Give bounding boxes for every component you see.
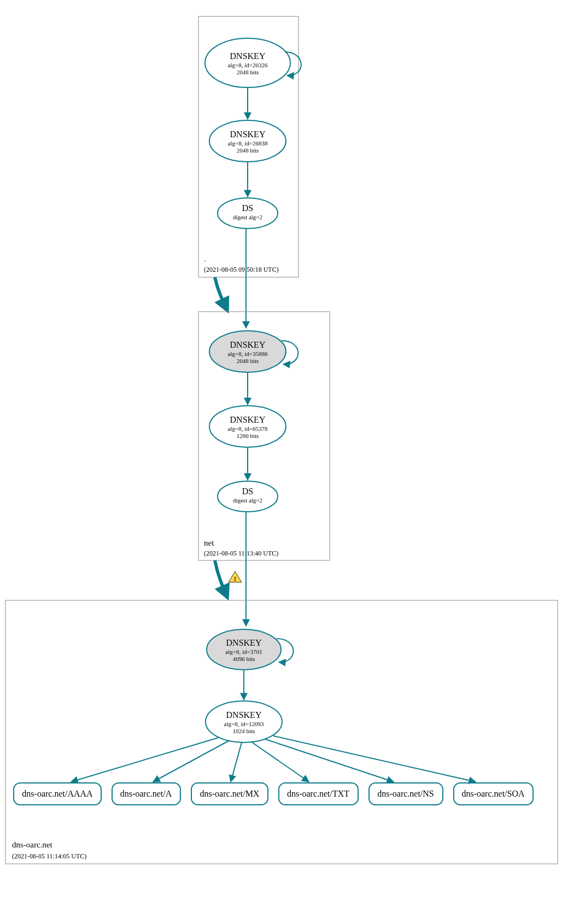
svg-text:1280 bits: 1280 bits xyxy=(237,432,259,439)
svg-text:alg=8, id=12093: alg=8, id=12093 xyxy=(224,721,264,727)
node-net-zsk: DNSKEY alg=8, id=65378 1280 bits xyxy=(209,406,286,447)
svg-text:alg=8, id=20326: alg=8, id=20326 xyxy=(228,62,268,68)
zone-root: . (2021-08-05 09:50:18 UTC) DNSKEY alg=8… xyxy=(198,16,301,277)
zone-domain-name: dns-oarc.net xyxy=(12,840,53,849)
svg-text:4096 bits: 4096 bits xyxy=(233,656,255,662)
svg-text:DS: DS xyxy=(242,203,253,213)
zone-net-name: net xyxy=(204,539,214,547)
zone-net-timestamp: (2021-08-05 11:13:40 UTC) xyxy=(204,549,278,557)
svg-text:2048 bits: 2048 bits xyxy=(237,69,259,75)
node-root-ksk: DNSKEY alg=8, id=20326 2048 bits xyxy=(205,38,290,87)
node-net-ksk: DNSKEY alg=8, id=35886 2048 bits xyxy=(209,331,286,372)
zone-domain-timestamp: (2021-08-05 11:14:05 UTC) xyxy=(12,852,86,860)
svg-text:DNSKEY: DNSKEY xyxy=(226,638,262,647)
svg-text:dns-oarc.net/NS: dns-oarc.net/NS xyxy=(377,789,434,798)
node-record-txt: dns-oarc.net/TXT xyxy=(279,783,358,805)
edge-delegation-net-domain xyxy=(215,560,227,598)
warning-icon: ! xyxy=(229,571,242,583)
svg-text:DS: DS xyxy=(242,487,253,496)
edge-zsk-a xyxy=(153,740,230,782)
svg-text:2048 bits: 2048 bits xyxy=(237,358,259,364)
node-record-aaaa: dns-oarc.net/AAAA xyxy=(14,783,101,805)
svg-text:alg=8, id=3701: alg=8, id=3701 xyxy=(225,648,262,655)
svg-text:dns-oarc.net/A: dns-oarc.net/A xyxy=(120,789,172,798)
edge-zsk-mx xyxy=(231,742,242,782)
svg-text:dns-oarc.net/TXT: dns-oarc.net/TXT xyxy=(287,789,349,798)
node-record-a: dns-oarc.net/A xyxy=(112,783,180,805)
node-record-soa: dns-oarc.net/SOA xyxy=(454,783,533,805)
svg-text:DNSKEY: DNSKEY xyxy=(230,130,266,139)
zone-root-timestamp: (2021-08-05 09:50:18 UTC) xyxy=(204,266,279,273)
node-domain-zsk: DNSKEY alg=8, id=12093 1024 bits xyxy=(206,701,282,742)
svg-text:DNSKEY: DNSKEY xyxy=(230,340,266,349)
svg-text:DNSKEY: DNSKEY xyxy=(230,51,266,61)
edge-zsk-ns xyxy=(265,739,394,782)
edge-zsk-txt xyxy=(251,742,309,782)
zone-root-name: . xyxy=(204,255,206,263)
edge-zsk-aaaa xyxy=(71,738,219,782)
svg-text:alg=8, id=65378: alg=8, id=65378 xyxy=(228,425,268,432)
svg-text:1024 bits: 1024 bits xyxy=(233,728,255,734)
svg-text:alg=8, id=26838: alg=8, id=26838 xyxy=(228,140,268,147)
zone-domain: dns-oarc.net (2021-08-05 11:14:05 UTC) D… xyxy=(5,600,558,864)
node-root-zsk: DNSKEY alg=8, id=26838 2048 bits xyxy=(209,120,286,162)
svg-point-10 xyxy=(218,198,278,229)
svg-text:digest alg=2: digest alg=2 xyxy=(233,497,262,504)
dnssec-graph: . (2021-08-05 09:50:18 UTC) DNSKEY alg=8… xyxy=(0,0,562,924)
node-net-ds: DS digest alg=2 xyxy=(218,481,278,512)
svg-text:DNSKEY: DNSKEY xyxy=(230,415,266,424)
svg-text:DNSKEY: DNSKEY xyxy=(226,710,262,720)
svg-rect-26 xyxy=(5,600,558,864)
svg-text:digest alg=2: digest alg=2 xyxy=(233,214,262,220)
svg-text:!: ! xyxy=(234,575,236,583)
edge-delegation-root-net xyxy=(215,277,227,311)
svg-point-22 xyxy=(218,481,278,512)
svg-text:alg=8, id=35886: alg=8, id=35886 xyxy=(228,350,268,357)
zone-net: net (2021-08-05 11:13:40 UTC) DNSKEY alg… xyxy=(198,312,330,560)
svg-text:dns-oarc.net/AAAA: dns-oarc.net/AAAA xyxy=(22,789,93,798)
node-record-mx: dns-oarc.net/MX xyxy=(191,783,268,805)
node-record-ns: dns-oarc.net/NS xyxy=(369,783,443,805)
svg-text:2048 bits: 2048 bits xyxy=(237,147,259,154)
svg-text:dns-oarc.net/MX: dns-oarc.net/MX xyxy=(200,789,260,798)
node-root-ds: DS digest alg=2 xyxy=(218,198,278,229)
node-domain-ksk: DNSKEY alg=8, id=3701 4096 bits xyxy=(207,629,281,670)
svg-text:dns-oarc.net/SOA: dns-oarc.net/SOA xyxy=(461,789,525,798)
